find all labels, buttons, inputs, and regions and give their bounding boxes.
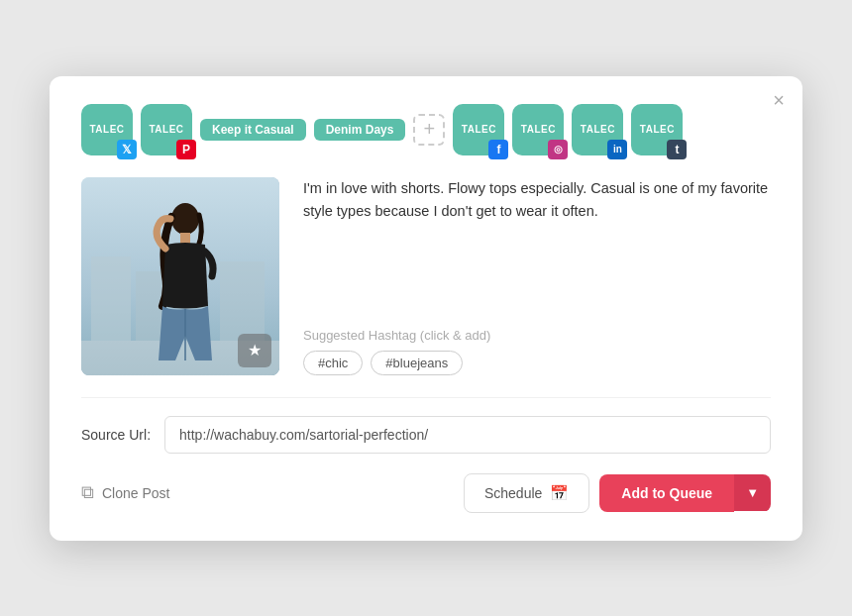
tag-denim-days[interactable]: Denim Days — [314, 119, 406, 141]
linkedin-icon: in — [607, 140, 627, 159]
clone-icon: ⧉ — [81, 482, 94, 503]
post-text-area: I'm in love with shorts. Flowy tops espe… — [303, 177, 771, 375]
source-url-input[interactable] — [164, 416, 771, 454]
account-chip-tumblr[interactable]: TALEC t — [631, 104, 683, 155]
hashtag-bluejeans[interactable]: #bluejeans — [371, 351, 463, 375]
modal: × TALEC 𝕏 TALEC P Keep it Casual Denim D… — [50, 76, 802, 541]
schedule-button[interactable]: Schedule 📅 — [464, 473, 589, 513]
account-chip-facebook[interactable]: TALEC f — [453, 104, 504, 155]
source-url-row: Source Url: — [81, 397, 771, 454]
hashtag-chic[interactable]: #chic — [303, 351, 363, 375]
hashtag-tags: #chic #bluejeans — [303, 351, 771, 375]
chevron-down-icon: ▼ — [746, 485, 759, 500]
facebook-icon: f — [488, 140, 508, 159]
post-image: ★ — [81, 177, 279, 375]
close-button[interactable]: × — [773, 90, 785, 110]
add-queue-dropdown-button[interactable]: ▼ — [734, 474, 771, 511]
hashtag-label: Suggested Hashtag (click & add) — [303, 328, 771, 343]
footer-actions: Schedule 📅 Add to Queue ▼ — [464, 473, 771, 513]
instagram-icon: ◎ — [548, 140, 568, 159]
pinterest-icon: P — [176, 140, 196, 159]
content-area: ★ I'm in love with shorts. Flowy tops es… — [81, 177, 771, 375]
accounts-row: TALEC 𝕏 TALEC P Keep it Casual Denim Day… — [81, 104, 771, 155]
clone-post-label: Clone Post — [102, 485, 169, 501]
svg-rect-4 — [220, 261, 265, 341]
account-chip-pinterest[interactable]: TALEC P — [141, 104, 192, 155]
calendar-icon: 📅 — [550, 484, 569, 502]
clone-post[interactable]: ⧉ Clone Post — [81, 482, 169, 503]
account-chip-instagram[interactable]: TALEC ◎ — [512, 104, 564, 155]
account-chip-twitter[interactable]: TALEC 𝕏 — [81, 104, 133, 155]
add-account-button[interactable]: + — [413, 114, 445, 146]
source-url-label: Source Url: — [81, 427, 151, 443]
post-caption: I'm in love with shorts. Flowy tops espe… — [303, 177, 771, 223]
schedule-label: Schedule — [484, 485, 542, 501]
svg-point-5 — [171, 203, 199, 235]
tumblr-icon: t — [667, 140, 687, 159]
footer-row: ⧉ Clone Post Schedule 📅 Add to Queue ▼ — [81, 473, 771, 513]
hashtag-section: Suggested Hashtag (click & add) #chic #b… — [303, 328, 771, 375]
svg-rect-2 — [91, 257, 131, 341]
account-chip-linkedin[interactable]: TALEC in — [572, 104, 623, 155]
twitter-icon: 𝕏 — [117, 140, 137, 159]
add-to-queue-button[interactable]: Add to Queue ▼ — [599, 474, 771, 512]
add-queue-main-button[interactable]: Add to Queue — [599, 474, 734, 512]
tag-keep-it-casual[interactable]: Keep it Casual — [200, 119, 306, 141]
star-badge[interactable]: ★ — [238, 334, 271, 367]
